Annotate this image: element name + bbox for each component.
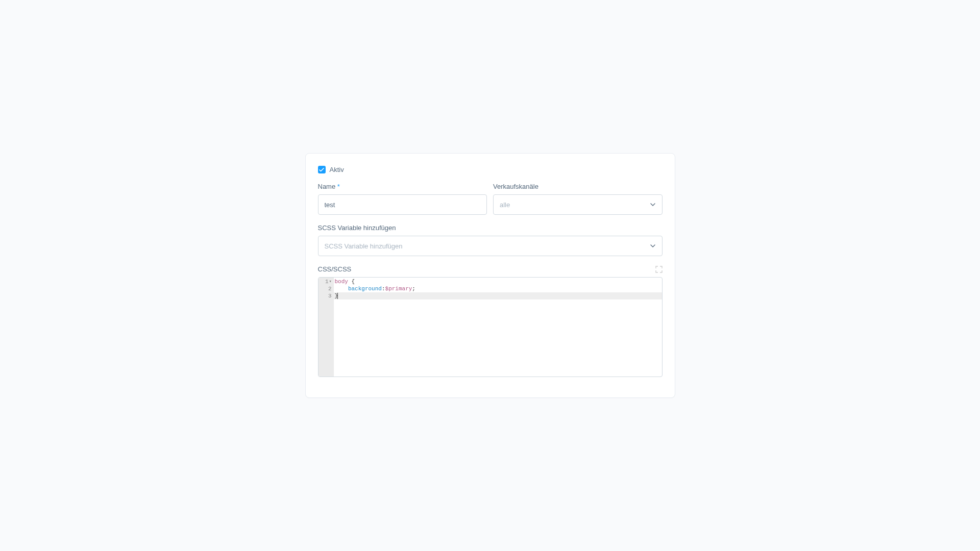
name-col: Name * [318,183,487,215]
sales-channels-col: Verkaufskanäle alle [493,183,663,215]
editor-section: CSS/SCSS 1▾ 2 3 body { background:$prima… [318,265,663,377]
token-property: background [348,286,382,292]
code-line-active: } [334,292,662,299]
line-number: 1▾ [318,278,332,285]
token-value: $primary [385,286,412,292]
active-row: Aktiv [318,166,663,173]
expand-icon[interactable] [655,266,663,273]
editor-content[interactable]: body { background:$primary; } [334,278,662,377]
name-channels-row: Name * Verkaufskanäle alle [318,183,663,215]
line-number: 2 [318,285,332,292]
sales-channels-value: alle [500,201,510,209]
active-checkbox[interactable] [318,166,326,173]
name-label-text: Name [318,183,336,190]
check-icon [319,167,324,172]
token-semicolon: ; [412,286,415,292]
chevron-down-icon [650,202,656,208]
name-input[interactable] [318,194,487,215]
scss-var-label: SCSS Variable hinzufügen [318,224,663,232]
required-marker: * [337,183,340,190]
text-cursor [337,293,338,299]
sales-channels-select[interactable]: alle [493,194,663,215]
editor-gutter: 1▾ 2 3 [318,278,334,377]
name-label: Name * [318,183,487,190]
token-selector: body [335,279,348,285]
line-number: 3 [318,292,332,299]
token-brace: { [348,279,355,285]
scss-var-select[interactable]: SCSS Variable hinzufügen [318,236,663,256]
sales-channels-label: Verkaufskanäle [493,183,663,190]
scss-var-col: SCSS Variable hinzufügen SCSS Variable h… [318,224,663,256]
scss-var-placeholder: SCSS Variable hinzufügen [325,242,403,250]
settings-card: Aktiv Name * Verkaufskanäle alle SCSS Va… [305,153,675,398]
active-label: Aktiv [330,166,344,173]
editor-label: CSS/SCSS [318,265,352,273]
code-line: body { [335,278,661,285]
token-colon: : [382,286,385,292]
chevron-down-icon [650,243,656,249]
code-editor[interactable]: 1▾ 2 3 body { background:$primary; } [318,277,663,377]
editor-header: CSS/SCSS [318,265,663,273]
fold-marker-icon: ▾ [329,278,332,285]
code-line: background:$primary; [335,285,661,292]
